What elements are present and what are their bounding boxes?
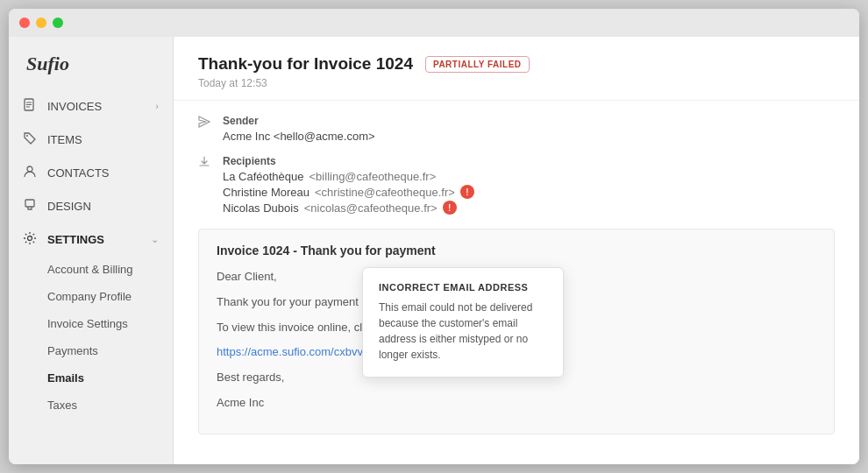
sidebar: Sufio INVOICES › [9, 37, 174, 464]
person-icon [23, 165, 39, 180]
error-icon-2[interactable]: ! [460, 185, 474, 199]
recipient-name-2: Christine Moreau [223, 186, 309, 199]
error-icon-3[interactable]: ! [443, 201, 457, 215]
tooltip-title: INCORRECT EMAIL ADDRESS [379, 282, 547, 293]
close-button[interactable] [19, 18, 30, 28]
subnav-account-billing[interactable]: Account & Billing [9, 256, 173, 283]
sidebar-label-invoices: INVOICES [47, 100, 146, 113]
sidebar-item-contacts[interactable]: CONTACTS [9, 156, 173, 189]
sidebar-label-contacts: CONTACTS [47, 166, 159, 180]
svg-point-5 [27, 166, 32, 172]
sidebar-item-design[interactable]: DESIGN [9, 189, 173, 222]
recipient-email-2: <christine@cafeotheque.fr> [315, 186, 455, 199]
recipient-email-1: <billing@cafeotheque.fr> [309, 170, 437, 183]
sender-section: Sender Acme Inc <hello@acme.com> [198, 115, 835, 143]
minimize-button[interactable] [36, 18, 46, 28]
subnav-payments[interactable]: Payments [9, 337, 173, 364]
main-content: Thank-you for Invoice 1024 PARTIALLY FAI… [174, 37, 859, 464]
sender-value: Acme Inc <hello@acme.com> [223, 130, 375, 143]
main-body: Sender Acme Inc <hello@acme.com> Recipie… [174, 101, 859, 464]
recipient-row-3: Nicolas Dubois <nicolas@cafeotheque.fr> … [223, 201, 474, 215]
error-tooltip: INCORRECT EMAIL ADDRESS This email could… [362, 267, 564, 378]
logo: Sufio [9, 37, 173, 89]
settings-subnav: Account & Billing Company Profile Invoic… [9, 256, 173, 419]
sidebar-label-design: DESIGN [47, 200, 159, 213]
subnav-taxes[interactable]: Taxes [9, 392, 173, 419]
recipients-label: Recipients [223, 155, 474, 167]
email-line-6: Acme Inc [217, 394, 816, 413]
recipients-section: Recipients La Caféothèque <billing@cafeo… [198, 155, 835, 216]
download-icon [198, 156, 214, 216]
recipient-row-2: Christine Moreau <christine@cafeotheque.… [223, 185, 474, 199]
titlebar [9, 9, 859, 37]
tooltip-text: This email could not be delivered becaus… [379, 300, 547, 363]
recipient-name-3: Nicolas Dubois [223, 201, 299, 215]
svg-point-7 [28, 236, 32, 241]
app-window: Sufio INVOICES › [9, 9, 859, 464]
chevron-down-icon: ⌄ [151, 234, 159, 245]
sidebar-label-settings: SETTINGS [47, 233, 142, 246]
brush-icon [23, 198, 39, 214]
recipient-email-3: <nicolas@cafeotheque.fr> [304, 201, 438, 215]
gear-icon [23, 231, 39, 247]
page-title: Thank-you for Invoice 1024 [198, 54, 413, 74]
send-icon [198, 116, 214, 143]
recipient-row-1: La Caféothèque <billing@cafeotheque.fr> [223, 170, 474, 183]
sidebar-item-settings[interactable]: SETTINGS ⌄ [9, 222, 173, 256]
chevron-right-icon: › [155, 101, 159, 111]
page-header: Thank-you for Invoice 1024 PARTIALLY FAI… [174, 37, 859, 101]
svg-rect-6 [25, 200, 34, 207]
sidebar-label-items: ITEMS [47, 133, 159, 146]
sender-label: Sender [223, 115, 375, 127]
status-badge: PARTIALLY FAILED [425, 56, 530, 73]
subnav-company-profile[interactable]: Company Profile [9, 283, 173, 310]
svg-point-4 [26, 135, 28, 137]
timestamp: Today at 12:53 [198, 77, 835, 89]
sidebar-item-invoices[interactable]: INVOICES › [9, 89, 173, 123]
document-icon [23, 98, 39, 114]
recipient-name-1: La Caféothèque [223, 170, 304, 183]
email-subject: Invoice 1024 - Thank you for payment [217, 244, 816, 258]
subnav-emails[interactable]: Emails [9, 364, 173, 392]
maximize-button[interactable] [53, 18, 63, 28]
subnav-invoice-settings[interactable]: Invoice Settings [9, 310, 173, 337]
sidebar-item-items[interactable]: ITEMS [9, 123, 173, 156]
tag-icon [23, 131, 39, 147]
